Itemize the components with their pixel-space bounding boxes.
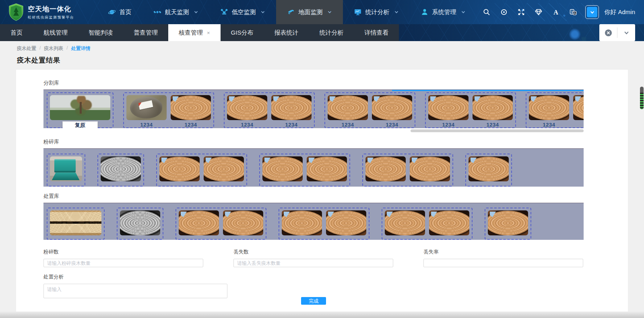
loss-count-input[interactable] bbox=[233, 259, 393, 267]
log-thumbnail[interactable] bbox=[473, 95, 513, 120]
chevron-down-icon bbox=[623, 30, 630, 36]
nav-item-低空监测[interactable]: 低空监测 bbox=[209, 0, 276, 24]
user-avatar-dropdown[interactable] bbox=[585, 5, 599, 19]
gem-button[interactable] bbox=[532, 5, 545, 19]
tab-普查管理[interactable]: 普查管理 bbox=[123, 24, 168, 41]
log-thumbnail[interactable] bbox=[328, 95, 368, 120]
log-thumbnail[interactable] bbox=[365, 156, 406, 181]
breadcrumb: 疫木处置/疫木列表/处置详情 bbox=[0, 41, 644, 52]
image-cell bbox=[365, 156, 406, 181]
tab-GIS分布[interactable]: GIS分布 bbox=[221, 24, 264, 41]
tab-统计分析[interactable]: 统计分析 bbox=[309, 24, 354, 41]
log-thumbnail[interactable] bbox=[428, 95, 469, 120]
font-size-button[interactable]: A bbox=[549, 5, 563, 19]
planet-icon bbox=[108, 8, 116, 16]
band-top-scroll-indicator[interactable] bbox=[392, 90, 584, 91]
window-bottom-edge bbox=[0, 312, 644, 318]
machine-thumbnail[interactable] bbox=[50, 156, 82, 181]
app-logo: 空天地一体化 松材线虫病监测预警平台 bbox=[0, 3, 80, 21]
log-thumbnail[interactable] bbox=[171, 95, 211, 120]
image-cell: 1234 bbox=[529, 95, 569, 128]
log-thumbnail[interactable] bbox=[204, 156, 244, 181]
nav-item-航天监测[interactable]: 航天监测 bbox=[142, 0, 209, 24]
log-thumbnail[interactable] bbox=[326, 210, 366, 235]
nav-item-统计分析[interactable]: 统计分析 bbox=[343, 0, 410, 24]
image-cell bbox=[469, 156, 509, 181]
image-number-label: 1234 bbox=[372, 122, 412, 128]
font-size-icon: A bbox=[552, 8, 560, 16]
log-thumbnail[interactable] bbox=[529, 95, 569, 120]
finish-button[interactable]: 完成 bbox=[301, 297, 326, 305]
nav-item-系统管理[interactable]: 系统管理 bbox=[410, 0, 477, 24]
image-cell bbox=[282, 210, 322, 235]
log-thumbnail[interactable] bbox=[372, 95, 412, 120]
tab-close-icon[interactable]: × bbox=[207, 30, 210, 36]
top-navbar: 空天地一体化 松材线虫病监测预警平台 首页航天监测低空监测地面监测统计分析系统管… bbox=[0, 0, 644, 24]
image-cell: 1234 bbox=[428, 95, 469, 128]
image-cell bbox=[204, 156, 244, 181]
log-thumbnail[interactable] bbox=[488, 210, 528, 235]
loss-rate-input[interactable] bbox=[423, 259, 583, 267]
tab-label: 首页 bbox=[10, 29, 23, 37]
monitor-icon bbox=[354, 8, 362, 16]
log-thumbnail[interactable] bbox=[573, 95, 584, 120]
log-thumbnail[interactable] bbox=[307, 156, 347, 181]
tree-thumbnail[interactable] bbox=[50, 95, 110, 120]
main-menu: 首页航天监测低空监测地面监测统计分析系统管理 bbox=[97, 0, 477, 24]
nav-item-首页[interactable]: 首页 bbox=[97, 0, 142, 24]
log-thumbnail[interactable] bbox=[179, 210, 219, 235]
log-thumbnail[interactable] bbox=[262, 156, 303, 181]
split-thumbnail[interactable] bbox=[50, 210, 101, 235]
tab-航线管理[interactable]: 航线管理 bbox=[33, 24, 78, 41]
breadcrumb-item[interactable]: 处置详情 bbox=[71, 45, 91, 52]
log-thumbnail[interactable] bbox=[429, 210, 469, 235]
svg-text:A: A bbox=[554, 9, 559, 16]
app-screen: 空天地一体化 松材线虫病监测预警平台 首页航天监测低空监测地面监测统计分析系统管… bbox=[0, 0, 644, 318]
nav-item-地面监测[interactable]: 地面监测 bbox=[276, 0, 343, 24]
search-button[interactable] bbox=[480, 5, 493, 19]
tab-label: 航线管理 bbox=[43, 29, 68, 37]
log-thumbnail[interactable] bbox=[271, 95, 312, 120]
tab-报表统计[interactable]: 报表统计 bbox=[264, 24, 309, 41]
log-thumbnail[interactable] bbox=[385, 210, 425, 235]
tab-list-dropdown-button[interactable] bbox=[617, 24, 635, 41]
log-thumbnail[interactable] bbox=[227, 95, 267, 120]
image-cell bbox=[385, 210, 425, 235]
analysis-textarea[interactable] bbox=[43, 284, 227, 298]
log-thumbnail[interactable] bbox=[469, 156, 509, 181]
nav-item-label: 统计分析 bbox=[365, 8, 390, 16]
section-粉碎库: 粉碎库 bbox=[43, 138, 628, 187]
log-thumbnail[interactable] bbox=[223, 210, 263, 235]
horizontal-scrollbar-thumb[interactable] bbox=[411, 129, 584, 132]
breadcrumb-item[interactable]: 疫木列表 bbox=[44, 45, 63, 52]
tab-智能判读[interactable]: 智能判读 bbox=[78, 24, 123, 41]
image-number-label: 1234 bbox=[473, 122, 513, 128]
tab-核查管理[interactable]: 核查管理× bbox=[168, 24, 221, 41]
translate-button[interactable]: 文A bbox=[566, 5, 580, 19]
vertical-scrollbar-thumb[interactable] bbox=[640, 87, 644, 109]
chevron-down-icon bbox=[260, 10, 265, 15]
log-thumbnail[interactable] bbox=[282, 210, 322, 235]
image-group bbox=[279, 208, 369, 240]
gray-log-thumbnail[interactable] bbox=[120, 210, 160, 235]
close-all-tabs-button[interactable] bbox=[599, 24, 617, 41]
gray-log-thumbnail[interactable] bbox=[101, 156, 141, 181]
log-thumbnail[interactable] bbox=[159, 156, 200, 181]
restore-button[interactable]: 复原 bbox=[62, 121, 98, 128]
image-cell: 1234 bbox=[126, 95, 167, 128]
log-thumbnail[interactable] bbox=[410, 156, 450, 181]
image-group: 12341234 bbox=[324, 92, 415, 128]
image-group bbox=[47, 154, 85, 187]
breadcrumb-item[interactable]: 疫木处置 bbox=[17, 45, 36, 52]
translate-icon: 文A bbox=[569, 8, 577, 16]
locate-button[interactable] bbox=[497, 5, 511, 19]
image-number-label: 1234 bbox=[573, 122, 584, 128]
tab-详情查看[interactable]: 详情查看 bbox=[354, 24, 399, 41]
image-cell: 复原 bbox=[50, 95, 110, 128]
tab-首页[interactable]: 首页 bbox=[0, 24, 33, 41]
fullscreen-button[interactable] bbox=[514, 5, 528, 19]
svg-text:A: A bbox=[574, 11, 576, 15]
wrapped-thumbnail[interactable] bbox=[126, 95, 167, 120]
crush-count-input[interactable] bbox=[43, 259, 203, 267]
nav-item-label: 首页 bbox=[120, 8, 132, 16]
